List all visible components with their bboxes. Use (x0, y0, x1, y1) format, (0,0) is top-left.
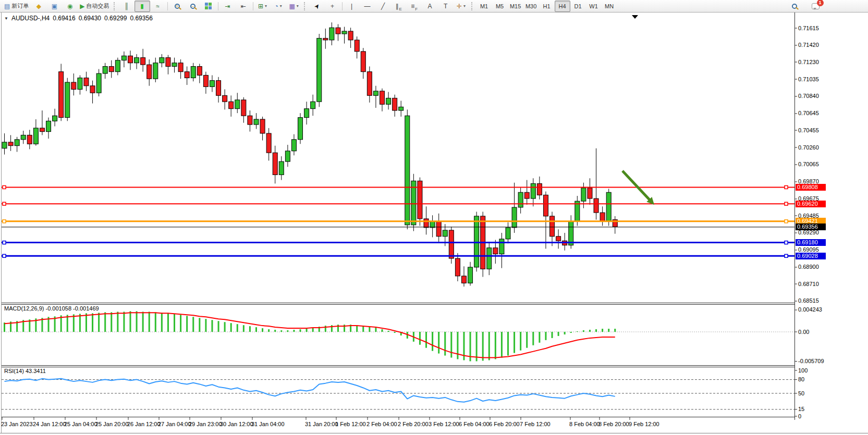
support-line-1-handle[interactable] (3, 241, 6, 244)
fibonacci-icon-subscript: F (415, 7, 418, 11)
zoom-out-icon: − (190, 4, 195, 9)
vertical-line-icon: | (351, 3, 352, 9)
timeframe-d1[interactable]: D1 (570, 1, 586, 12)
arrows-button[interactable]: ✛▾ (454, 1, 469, 12)
timeframe-m1[interactable]: M1 (476, 1, 492, 12)
timeframe-h1[interactable]: H1 (539, 1, 555, 12)
candle (21, 135, 26, 139)
macd-histogram-bar (570, 332, 572, 333)
new-order-button[interactable]: ▤新订单 (2, 1, 31, 12)
trendline-button[interactable]: ╱ (375, 1, 391, 12)
candle (311, 102, 315, 109)
timeframe-m30-label: M30 (525, 3, 536, 9)
search-button[interactable] (787, 1, 802, 12)
macd-histogram-bar (268, 329, 270, 332)
candle (449, 230, 454, 258)
candle (223, 95, 227, 102)
auto-scroll-button[interactable]: ⇥ (220, 1, 236, 12)
auto-trading-button[interactable]: ▶自动交易 (78, 1, 111, 12)
line-chart-button[interactable]: ≈ (150, 1, 166, 12)
macd-histogram-bar (539, 332, 540, 343)
macd-histogram-bar (325, 326, 326, 332)
timeframe-m30[interactable]: M30 (523, 1, 539, 12)
bar-chart-button[interactable]: ║ (119, 1, 135, 12)
chart-canvas[interactable] (0, 0, 868, 435)
notifications-button[interactable]: 1 (808, 1, 823, 12)
macd-histogram-bar (520, 332, 521, 351)
candle (96, 73, 101, 93)
vertical-line-button[interactable]: | (344, 1, 360, 12)
macd-histogram-bar (501, 332, 503, 358)
timeframe-mn[interactable]: MN (602, 1, 617, 12)
candle (178, 63, 183, 72)
candlestick-button[interactable]: ▮ (135, 1, 150, 12)
support-line-2-handle[interactable] (785, 254, 788, 257)
equidistant-channel-button[interactable]: ∥E (391, 1, 407, 12)
macd-histogram-bar (595, 329, 597, 332)
candle (216, 81, 221, 96)
macd-histogram-bar (230, 323, 232, 332)
resistance-line-1-handle[interactable] (785, 185, 788, 189)
macd-histogram-bar (218, 321, 219, 332)
down-arrow[interactable] (622, 171, 652, 202)
toolbar-grip (471, 2, 474, 10)
zoom-in-button[interactable]: + (169, 1, 185, 12)
tile-windows-button[interactable] (201, 1, 216, 12)
resistance-line-1-handle[interactable] (3, 185, 6, 189)
templates-button[interactable]: ▦▾ (286, 1, 302, 12)
text-button[interactable]: A (422, 1, 438, 12)
crosshair-button[interactable]: + (325, 1, 340, 12)
candle (59, 72, 64, 118)
chart-shift-button[interactable]: ⇤ (236, 1, 251, 12)
candle (53, 116, 57, 121)
symbol-dropdown-icon[interactable]: ▼ (4, 16, 8, 21)
chevron-down-icon[interactable]: ▾ (297, 4, 299, 8)
navigator-button[interactable]: ▣ (46, 1, 62, 12)
macd-histogram-bar (419, 332, 421, 345)
ohlc-high: 0.69430 (79, 15, 101, 22)
chevron-down-icon[interactable]: ▾ (463, 4, 466, 8)
auto-scroll-icon: ⇥ (225, 3, 230, 9)
macd-histogram-bar (589, 330, 591, 332)
candle (147, 65, 152, 79)
candle (121, 56, 126, 60)
support-line-2-handle[interactable] (3, 254, 6, 257)
candle (537, 183, 542, 195)
pivot-line-handle[interactable] (785, 220, 788, 223)
fibonacci-button[interactable]: ≡F (407, 1, 422, 12)
new-chart-button[interactable]: ⊞▾ (255, 1, 271, 12)
cursor-button[interactable]: ➤ (309, 1, 325, 12)
macd-histogram-bar (577, 331, 578, 332)
pivot-line-handle[interactable] (3, 220, 6, 223)
timeframe-h4[interactable]: H4 (555, 1, 570, 12)
toolbar-separator (167, 2, 168, 10)
macd-histogram-bar (438, 332, 439, 354)
candle (298, 118, 303, 140)
candle (166, 58, 170, 67)
timeframe-w1[interactable]: W1 (586, 1, 602, 12)
zoom-out-button[interactable]: − (185, 1, 201, 12)
macd-histogram-bar (545, 332, 546, 340)
horizontal-line-button[interactable]: — (360, 1, 375, 12)
zoom-in-icon: + (175, 4, 180, 9)
macd-histogram-bar (532, 332, 534, 345)
timeframe-m15[interactable]: M15 (508, 1, 523, 12)
data-signal-button[interactable]: ◉ (62, 1, 78, 12)
market-watch-button[interactable]: ◆ (31, 1, 46, 12)
chevron-down-icon[interactable]: ▾ (280, 4, 282, 8)
toolbar-separator (253, 2, 253, 10)
candle (588, 188, 592, 198)
chevron-down-icon[interactable]: ▾ (265, 4, 267, 8)
toolbar-group-new-windows: ⊞▾◔▾▦▾ (255, 1, 302, 12)
timeframe-m5[interactable]: M5 (492, 1, 508, 12)
resistance-line-2-handle[interactable] (3, 202, 6, 205)
support-line-1-handle[interactable] (785, 241, 788, 244)
shift-end-marker-icon[interactable] (632, 15, 638, 19)
line-chart-icon: ≈ (156, 3, 160, 9)
text-label-button[interactable]: T (438, 1, 454, 12)
periods-button[interactable]: ◔▾ (271, 1, 286, 12)
candle (2, 142, 7, 148)
timeframe-w1-label: W1 (589, 3, 598, 9)
text-icon: A (428, 3, 432, 9)
resistance-line-2-handle[interactable] (785, 202, 788, 205)
